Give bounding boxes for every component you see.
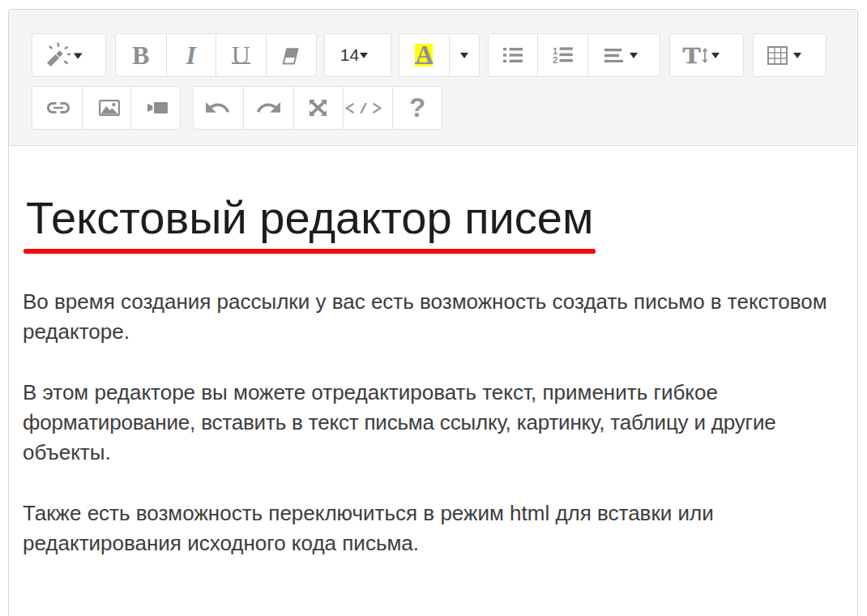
svg-text:1: 1 [553, 47, 558, 56]
svg-text:2: 2 [553, 55, 557, 63]
